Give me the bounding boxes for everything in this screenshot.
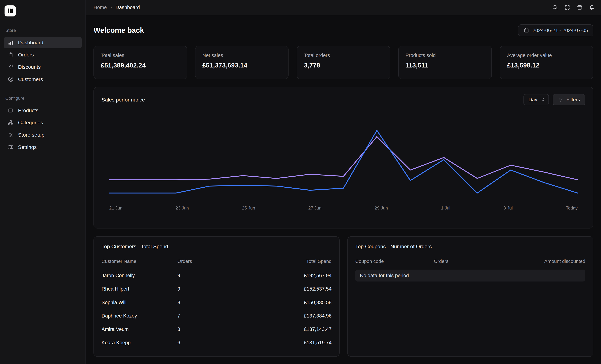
stat-value: £51,373,693.14 bbox=[202, 62, 281, 69]
breadcrumb-separator: › bbox=[110, 4, 112, 10]
sidebar-section-configure: Configure bbox=[5, 96, 80, 101]
top-customers-header-row: Customer Name Orders Total Spend bbox=[102, 257, 332, 269]
sidebar-item-store-setup[interactable]: Store setup bbox=[4, 129, 82, 141]
table-row[interactable]: Rhea Hilpert 9 £152,537.54 bbox=[102, 282, 332, 296]
sidebar-item-dashboard[interactable]: Dashboard bbox=[4, 37, 82, 48]
stat-card-average-order-value: Average order value £13,598.12 bbox=[500, 46, 593, 79]
stat-value: 3,778 bbox=[304, 62, 383, 69]
filters-button[interactable]: Filters bbox=[553, 94, 585, 105]
filter-funnel-icon bbox=[558, 97, 563, 102]
chart-title: Sales performance bbox=[102, 97, 145, 103]
top-coupons-title: Top Coupons - Number of Orders bbox=[355, 243, 585, 249]
table-row[interactable]: Keara Koepp 6 £131,519.74 bbox=[102, 336, 332, 349]
top-coupons-card: Top Coupons - Number of Orders Coupon co… bbox=[347, 236, 593, 357]
sidebar-item-orders[interactable]: Orders bbox=[4, 49, 82, 60]
table-row[interactable]: Sophia Will 8 £150,835.58 bbox=[102, 296, 332, 309]
table-row[interactable]: Amira Veum 8 £137,143.47 bbox=[102, 323, 332, 336]
customer-orders: 6 bbox=[178, 340, 263, 345]
column-header: Coupon code bbox=[355, 259, 434, 264]
customer-name: Amira Veum bbox=[102, 326, 178, 332]
hierarchy-icon bbox=[8, 120, 14, 126]
column-header: Orders bbox=[434, 259, 497, 264]
x-axis-labels: 21 Jun23 Jun25 Jun27 Jun29 Jun1 Jul3 Jul… bbox=[109, 206, 578, 211]
sales-chart-svg bbox=[109, 122, 578, 201]
stat-label: Net sales bbox=[202, 52, 281, 58]
stats-row: Total sales £51,389,402.24 Net sales £51… bbox=[93, 46, 593, 79]
sidebar-item-settings[interactable]: Settings bbox=[4, 141, 82, 153]
calendar-icon bbox=[523, 28, 529, 33]
customer-total-spend: £192,567.94 bbox=[263, 273, 332, 278]
fullscreen-icon[interactable] bbox=[564, 4, 570, 10]
sidebar-item-products[interactable]: Products bbox=[4, 105, 82, 116]
user-circle-icon bbox=[8, 76, 14, 82]
stat-value: £51,389,402.24 bbox=[101, 62, 180, 69]
filters-button-label: Filters bbox=[566, 97, 580, 103]
sidebar-item-label: Customers bbox=[18, 76, 43, 82]
storefront-icon[interactable] bbox=[577, 4, 583, 10]
date-range-label: 2024-06-21 - 2024-07-05 bbox=[532, 28, 588, 33]
clipboard-icon bbox=[8, 52, 14, 58]
breadcrumb: Home › Dashboard bbox=[93, 4, 140, 10]
app-window: Store Dashboard Orders Discounts Custome… bbox=[0, 0, 601, 364]
x-axis-label: 23 Jun bbox=[176, 206, 189, 211]
top-customers-card: Top Customers - Total Spend Customer Nam… bbox=[93, 236, 340, 357]
sidebar: Store Dashboard Orders Discounts Custome… bbox=[0, 0, 86, 364]
customer-orders: 7 bbox=[178, 313, 263, 319]
chart-header: Sales performance Day Filter bbox=[102, 94, 585, 105]
stat-card-total-sales: Total sales £51,389,402.24 bbox=[93, 46, 187, 79]
tag-icon bbox=[8, 64, 14, 70]
customer-orders: 8 bbox=[178, 300, 263, 305]
bell-icon[interactable] bbox=[589, 4, 595, 10]
sidebar-item-label: Products bbox=[18, 107, 38, 114]
column-header: Customer Name bbox=[102, 259, 178, 264]
column-header: Orders bbox=[178, 259, 263, 264]
customer-orders: 9 bbox=[178, 273, 263, 278]
topbar: Home › Dashboard bbox=[86, 0, 601, 15]
sidebar-item-discounts[interactable]: Discounts bbox=[4, 61, 82, 73]
stat-card-products-sold: Products sold 113,511 bbox=[398, 46, 492, 79]
interval-select[interactable]: Day bbox=[523, 94, 549, 105]
interval-select-value: Day bbox=[528, 97, 537, 103]
customer-total-spend: £152,537.54 bbox=[263, 286, 332, 292]
sidebar-item-categories[interactable]: Categories bbox=[4, 117, 82, 128]
x-axis-label: 21 Jun bbox=[109, 206, 122, 211]
customer-name: Daphnee Kozey bbox=[102, 313, 178, 319]
breadcrumb-home[interactable]: Home bbox=[93, 5, 107, 10]
table-row[interactable]: Jaron Connelly 9 £192,567.94 bbox=[102, 269, 332, 282]
top-coupons-header-row: Coupon code Orders Amount discounted bbox=[355, 257, 585, 269]
topbar-actions bbox=[552, 4, 595, 10]
sales-performance-card: Sales performance Day Filter bbox=[93, 87, 593, 229]
sales-chart[interactable] bbox=[109, 122, 578, 201]
customer-name: Jaron Connelly bbox=[102, 273, 178, 278]
x-axis-label: 1 Jul bbox=[441, 206, 450, 211]
table-row[interactable]: Daphnee Kozey 7 £137,384.96 bbox=[102, 309, 332, 323]
x-axis-label: 29 Jun bbox=[375, 206, 388, 211]
breadcrumb-current: Dashboard bbox=[116, 5, 140, 10]
customer-total-spend: £150,835.58 bbox=[263, 300, 332, 305]
sidebar-section-store: Store bbox=[5, 28, 80, 33]
customer-name: Rhea Hilpert bbox=[102, 286, 178, 292]
stat-card-total-orders: Total orders 3,778 bbox=[297, 46, 390, 79]
dashboard-content: Welcome back 2024-06-21 - 2024-07-05 Tot… bbox=[86, 15, 601, 364]
empty-state-message: No data for this period bbox=[355, 269, 585, 281]
search-icon[interactable] bbox=[552, 4, 558, 10]
sidebar-item-label: Dashboard bbox=[18, 40, 43, 46]
customer-total-spend: £137,143.47 bbox=[263, 326, 332, 332]
sidebar-item-label: Orders bbox=[18, 52, 34, 58]
stat-value: £13,598.12 bbox=[507, 62, 586, 69]
customer-orders: 9 bbox=[178, 286, 263, 292]
x-axis-label: Today bbox=[566, 206, 578, 211]
sidebar-item-label: Settings bbox=[18, 144, 37, 150]
sidebar-item-label: Categories bbox=[18, 120, 43, 125]
store-logo[interactable] bbox=[5, 5, 16, 17]
chart-controls: Day Filters bbox=[523, 94, 585, 105]
stat-card-net-sales: Net sales £51,373,693.14 bbox=[195, 46, 289, 79]
sliders-icon bbox=[8, 144, 14, 150]
column-header: Total Spend bbox=[263, 259, 332, 264]
stat-label: Total sales bbox=[101, 52, 180, 58]
date-range-button[interactable]: 2024-06-21 - 2024-07-05 bbox=[518, 24, 593, 36]
stat-label: Total orders bbox=[304, 52, 383, 58]
sidebar-item-customers[interactable]: Customers bbox=[4, 74, 82, 85]
main-area: Home › Dashboard bbox=[86, 0, 601, 364]
top-customers-title: Top Customers - Total Spend bbox=[102, 243, 332, 249]
